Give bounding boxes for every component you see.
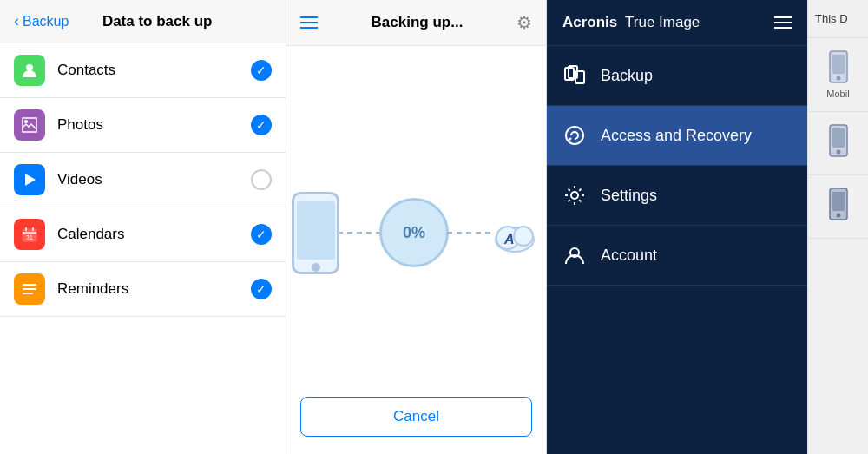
acronis-logo: Acronis True Image xyxy=(562,14,700,31)
left-header: ‹ Backup Data to back up xyxy=(0,0,286,43)
svg-rect-25 xyxy=(832,128,845,148)
device-item[interactable]: Mobil xyxy=(808,38,868,112)
svg-rect-28 xyxy=(832,192,845,211)
menu-hamburger-icon[interactable] xyxy=(774,16,792,29)
brand-subtitle: True Image xyxy=(625,14,700,30)
svg-point-23 xyxy=(836,76,840,81)
brand-name: Acronis xyxy=(562,14,617,30)
svg-text:31: 31 xyxy=(26,234,33,240)
cloud-icon: A xyxy=(489,214,541,253)
svg-rect-9 xyxy=(23,288,36,290)
svg-point-29 xyxy=(836,214,840,218)
nav-item-backup[interactable]: Backup xyxy=(547,46,807,106)
backup-progress-area: 0% A Cancel xyxy=(286,46,546,454)
menu-line xyxy=(774,22,792,23)
mobile-device-icon-2 xyxy=(829,124,848,157)
reminders-icon xyxy=(14,273,45,305)
svg-marker-2 xyxy=(25,174,36,186)
back-chevron-icon: ‹ xyxy=(14,12,19,30)
backing-up-title: Backing up... xyxy=(372,14,464,31)
back-button[interactable]: ‹ Backup xyxy=(14,12,69,30)
menu-line xyxy=(774,16,792,18)
far-right-panel: This D Mobil xyxy=(807,0,868,454)
list-item[interactable]: Reminders ✓ xyxy=(0,262,286,317)
account-nav-icon xyxy=(562,243,587,267)
settings-nav-icon xyxy=(562,183,587,207)
nav-item-account[interactable]: Account xyxy=(547,226,807,286)
device-item[interactable] xyxy=(808,112,868,175)
device-item[interactable] xyxy=(808,175,868,239)
progress-label: 0% xyxy=(403,224,425,242)
svg-text:A: A xyxy=(503,232,515,247)
menu-line xyxy=(774,27,792,29)
photos-check[interactable]: ✓ xyxy=(251,115,272,135)
list-item[interactable]: Contacts ✓ xyxy=(0,43,286,98)
back-label: Backup xyxy=(23,14,69,30)
contacts-label: Contacts xyxy=(57,62,239,79)
photos-label: Photos xyxy=(57,116,239,134)
calendars-check[interactable]: ✓ xyxy=(251,224,272,245)
backup-nav-label: Backup xyxy=(601,67,653,85)
videos-check[interactable] xyxy=(251,169,272,190)
svg-point-18 xyxy=(566,127,583,144)
reminders-label: Reminders xyxy=(57,280,239,298)
progress-circle: 0% xyxy=(379,198,449,267)
phone-screen xyxy=(297,201,335,260)
hamburger-line xyxy=(300,27,318,29)
left-panel-title: Data to back up xyxy=(69,13,246,30)
this-device-label: This D xyxy=(815,12,848,25)
middle-panel: Backing up... ⚙ 0% A Can xyxy=(286,0,547,454)
settings-gear-icon[interactable]: ⚙ xyxy=(516,12,532,33)
contacts-icon xyxy=(14,55,45,86)
access-recovery-nav-label: Access and Recovery xyxy=(601,127,752,145)
list-item[interactable]: Videos xyxy=(0,153,286,207)
photos-icon xyxy=(14,109,45,141)
cancel-button[interactable]: Cancel xyxy=(300,397,532,437)
dashed-line-left xyxy=(338,232,381,234)
access-recovery-nav-icon xyxy=(562,123,587,148)
calendars-icon: 31 xyxy=(14,219,45,250)
acronis-header: Acronis True Image xyxy=(547,0,807,46)
svg-point-19 xyxy=(571,192,578,199)
acronis-nav-panel: Acronis True Image Backup Ac xyxy=(547,0,807,454)
svg-rect-10 xyxy=(23,293,33,294)
svg-point-1 xyxy=(24,120,28,123)
data-items-list: Contacts ✓ Photos ✓ Videos xyxy=(0,43,286,454)
middle-header: Backing up... ⚙ xyxy=(286,0,546,46)
svg-point-26 xyxy=(836,150,840,155)
svg-rect-22 xyxy=(832,55,845,74)
account-nav-label: Account xyxy=(601,247,657,265)
backup-visual: 0% A xyxy=(292,192,541,274)
videos-label: Videos xyxy=(57,171,239,188)
nav-item-settings[interactable]: Settings xyxy=(547,166,807,226)
device-list: Mobil xyxy=(808,38,868,239)
backup-nav-icon xyxy=(562,63,587,88)
hamburger-icon[interactable] xyxy=(300,16,318,29)
hamburger-line xyxy=(300,16,318,18)
videos-icon xyxy=(14,164,45,195)
calendars-label: Calendars xyxy=(57,226,239,243)
hamburger-line xyxy=(300,22,318,23)
svg-point-13 xyxy=(514,227,533,246)
nav-item-access-recovery[interactable]: Access and Recovery xyxy=(547,106,807,166)
device-label: Mobil xyxy=(826,89,849,99)
reminders-check[interactable]: ✓ xyxy=(251,279,272,299)
list-item[interactable]: 31 Calendars ✓ xyxy=(0,207,286,262)
phone-device-icon xyxy=(292,192,339,274)
far-right-header: This D xyxy=(808,0,868,38)
left-panel: ‹ Backup Data to back up Contacts ✓ xyxy=(0,0,286,454)
svg-rect-8 xyxy=(23,284,36,286)
mobile-device-icon xyxy=(829,50,848,83)
dashed-line-right xyxy=(447,232,490,234)
contacts-check[interactable]: ✓ xyxy=(251,60,272,81)
settings-nav-label: Settings xyxy=(601,187,657,205)
mobile-device-icon-3 xyxy=(829,188,848,220)
svg-point-0 xyxy=(26,64,33,71)
list-item[interactable]: Photos ✓ xyxy=(0,98,286,153)
phone-home-button xyxy=(312,263,320,272)
